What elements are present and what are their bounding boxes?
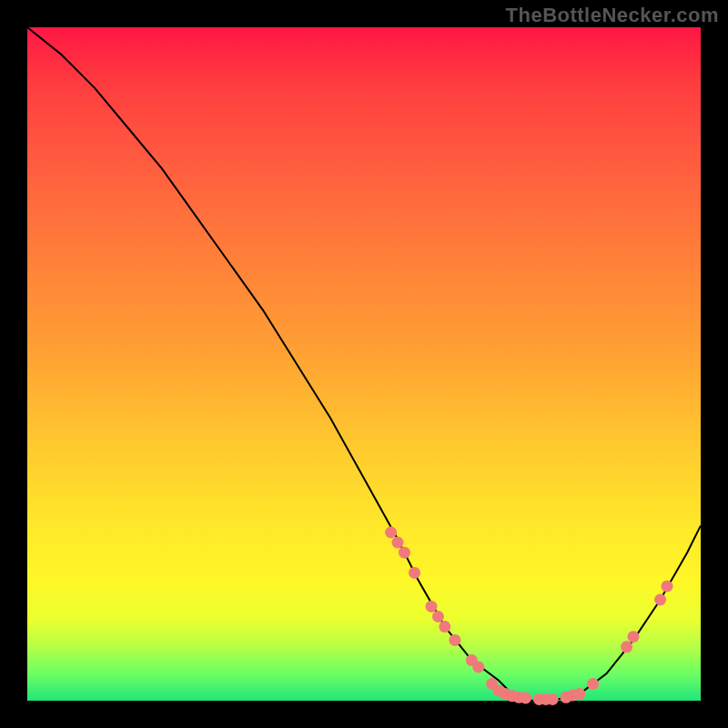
data-point	[547, 693, 559, 705]
data-point	[654, 594, 666, 606]
data-point	[399, 547, 410, 559]
data-point	[385, 527, 397, 539]
data-point	[662, 581, 673, 592]
bottleneck-curve	[27, 27, 701, 701]
data-point	[587, 678, 599, 690]
data-point	[392, 537, 404, 549]
data-point	[439, 621, 450, 632]
data-point	[628, 631, 640, 642]
data-point	[573, 688, 585, 700]
data-point	[520, 693, 531, 704]
data-point	[432, 611, 444, 622]
data-point	[449, 634, 460, 646]
watermark-text: TheBottleNecker.com	[506, 4, 719, 27]
chart-frame: TheBottleNecker.com	[0, 0, 728, 728]
data-point	[621, 641, 632, 652]
chart-svg	[27, 27, 701, 701]
data-point	[409, 567, 420, 579]
data-points	[385, 527, 672, 706]
plot-area	[27, 27, 701, 701]
data-point	[426, 601, 438, 612]
data-point	[472, 662, 484, 673]
